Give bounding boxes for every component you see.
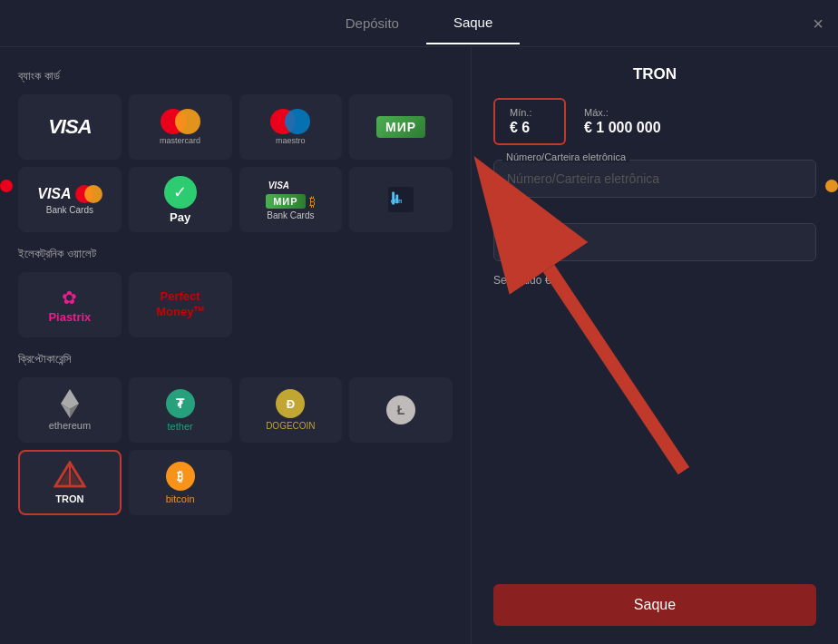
ethereum-label: ethereum (49, 420, 91, 431)
amount-input-wrap: € (493, 223, 816, 261)
bitcoin-label: bitcoin (166, 493, 195, 504)
max-box: Máx.: € 1 000 000 (584, 98, 661, 145)
method-title: TRON (493, 65, 816, 83)
tether-logo: ₮ tether (166, 389, 195, 432)
section-ewallet-title: ইলেকট্রনিক ওয়ালেট (18, 247, 453, 261)
modal-body: ব্যাংক কার্ড VISA mastercard (0, 47, 838, 644)
min-value: € 6 (510, 120, 550, 136)
gpay-logo: ✓ (164, 176, 197, 209)
gpay-label: Pay (170, 210, 190, 224)
svg-rect-3 (396, 194, 399, 203)
payment-gpay[interactable]: ✓ Pay (129, 167, 232, 232)
modal-header: Depósito Saque × (0, 0, 838, 47)
min-label: Mín.: (510, 107, 550, 118)
bitcoin-icon: ₿ (166, 462, 195, 491)
payment-dogecoin[interactable]: Ð DOGECOIN (239, 377, 343, 443)
payment-visa[interactable]: VISA (18, 94, 122, 160)
tab-deposito[interactable]: Depósito (318, 3, 426, 44)
payment-mir-bank[interactable]: VISA МИР ₿ Bank Cards (239, 167, 343, 232)
address-label: Número/Carteira eletrônica (502, 151, 629, 162)
svg-rect-2 (392, 192, 395, 205)
mastercard-label: mastercard (160, 136, 200, 145)
address-input[interactable] (493, 160, 816, 198)
tether-label: tether (168, 421, 193, 432)
payment-mir[interactable]: МИР (349, 94, 453, 160)
bank-cards-label: Bank Cards (46, 205, 93, 215)
payment-perfectmoney[interactable]: PerfectMoneyTM (129, 272, 232, 337)
maestro-logo (270, 109, 310, 134)
left-panel: ব্যাংক কার্ড VISA mastercard (0, 47, 472, 644)
visa-mc-logo: VISA (37, 185, 102, 203)
section-crypto-title: ক্রিপ্টোকারেন্সি (18, 352, 453, 366)
check-icon: ✓ (173, 182, 187, 202)
bitcoin-logo: ₿ bitcoin (166, 462, 195, 504)
mir-bank-logo: VISA МИР ₿ Bank Cards (266, 180, 315, 220)
right-panel: TRON Mín.: € 6 Máx.: € 1 000 000 Número/… (472, 47, 838, 644)
ewallet-grid: ✿ Piastrix PerfectMoneyTM (18, 272, 453, 337)
sbp-icon: сбп (388, 187, 414, 212)
payment-tether[interactable]: ₮ tether (129, 377, 232, 443)
payment-bitcoin[interactable]: ₿ bitcoin (129, 450, 232, 515)
tether-icon: ₮ (166, 389, 195, 418)
balance-text: Seu saldo € 0 (493, 274, 816, 287)
modal: Depósito Saque × ব্যাংক কার্ড VISA (0, 0, 838, 644)
payment-maestro[interactable]: maestro (239, 94, 343, 160)
section-bank-title: ব্যাংক কার্ড (18, 69, 453, 83)
tron-icon (54, 461, 86, 493)
payment-mastercard[interactable]: mastercard (129, 94, 232, 160)
mastercard-logo (161, 109, 200, 134)
payment-visa-mc[interactable]: VISA Bank Cards (18, 167, 122, 232)
dogecoin-logo: Ð DOGECOIN (266, 389, 315, 431)
min-box: Mín.: € 6 (493, 98, 566, 145)
mir-logo: МИР (376, 116, 425, 138)
dogecoin-label: DOGECOIN (266, 421, 315, 431)
min-max-row: Mín.: € 6 Máx.: € 1 000 000 (493, 98, 816, 145)
ethereum-icon (61, 389, 79, 418)
piastrix-logo: Piastrix (48, 310, 91, 324)
amount-input-group: Quantia: € (493, 223, 816, 261)
quantity-label: Quantia: (502, 215, 548, 226)
payment-tron[interactable]: TRON (18, 450, 122, 515)
visa-logo: VISA (48, 115, 91, 139)
piastrix-icon: ✿ (62, 287, 77, 308)
payment-ethereum[interactable]: ethereum (18, 377, 122, 443)
tron-label: TRON (55, 493, 83, 504)
payment-litecoin[interactable]: Ł (349, 377, 453, 443)
payment-sbp[interactable]: сбп (349, 167, 453, 232)
max-label: Máx.: (584, 107, 661, 118)
maestro-label: maestro (276, 136, 306, 145)
payment-piastrix[interactable]: ✿ Piastrix (18, 272, 122, 337)
address-input-group: Número/Carteira eletrônica (493, 160, 816, 198)
close-button[interactable]: × (813, 13, 823, 34)
amount-input[interactable] (528, 224, 815, 260)
currency-prefix: € (494, 224, 528, 260)
dogecoin-icon: Ð (276, 389, 305, 418)
litecoin-logo: Ł (386, 395, 415, 424)
crypto-grid: ethereum ₮ tether Ð DOGECOIN (18, 377, 453, 515)
saque-button[interactable]: Saque (493, 584, 816, 626)
max-value: € 1 000 000 (584, 120, 661, 136)
tab-saque[interactable]: Saque (426, 2, 520, 44)
bank-cards-grid: VISA mastercard maestro (18, 94, 453, 232)
litecoin-icon: Ł (386, 395, 415, 424)
perfectmoney-logo: PerfectMoneyTM (156, 289, 204, 320)
